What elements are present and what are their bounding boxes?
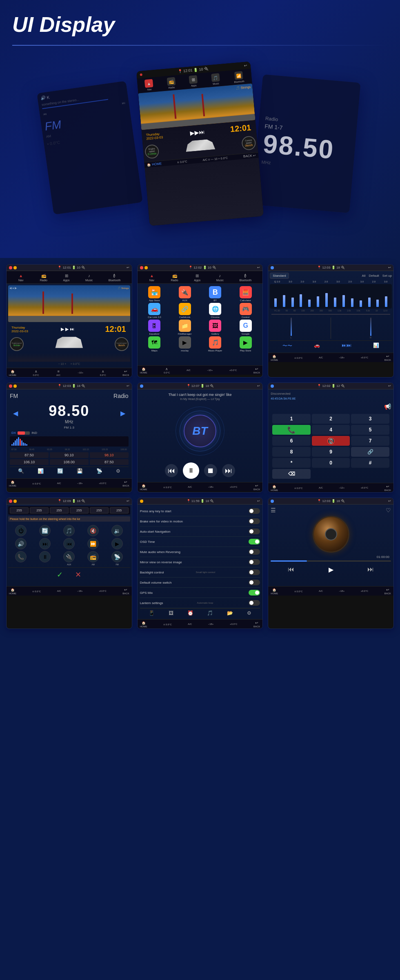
toggle-lantern-switch[interactable] — [249, 600, 260, 606]
numpad-5[interactable]: 5 — [351, 425, 389, 435]
app-aux-icon[interactable]: 🔌 AUX — [170, 286, 199, 302]
color-r-input[interactable]: 255 — [10, 507, 29, 513]
bt-prev-btn[interactable]: ⏮ — [165, 464, 178, 477]
settings-music[interactable]: 🎵 — [58, 525, 80, 536]
app-moclay-icon[interactable]: ▶ moclay — [170, 336, 199, 352]
settings-confirm-btn[interactable]: ✓ — [57, 570, 63, 579]
app-equalizer-icon[interactable]: 🎛 Equalizer — [140, 320, 169, 335]
eq-skip-icon[interactable]: ⏭⏭ — [342, 342, 351, 349]
app-carbitlink-icon[interactable]: 🔗 CarbitLink — [170, 303, 199, 318]
radio-prev-btn[interactable]: ◀ — [13, 409, 18, 417]
settings-vol-up[interactable]: 🔊 — [10, 538, 32, 549]
toggle-autonav-switch[interactable] — [249, 529, 260, 534]
color-4-input[interactable]: 255 — [70, 507, 89, 513]
settings-vol-down[interactable]: 🔉 — [106, 525, 129, 536]
app-playstore-icon[interactable]: ▶ Play Store — [231, 336, 260, 352]
settings-am[interactable]: 📻 AM — [82, 551, 104, 566]
preset-1[interactable]: 87.50 — [10, 452, 49, 458]
app-maps-icon[interactable]: 🗺 Maps — [140, 336, 169, 352]
bt-next-btn[interactable]: ⏭ — [222, 464, 235, 477]
toggle-osd-switch[interactable] — [249, 539, 260, 544]
settings-mute[interactable]: 🔇 — [82, 525, 104, 536]
eq-all-btn[interactable]: All — [362, 274, 366, 278]
numpad-1[interactable]: 1 — [272, 414, 311, 424]
app-control-icon[interactable]: 🎮 Control — [231, 303, 260, 318]
app-calc-icon[interactable]: 🧮 Calculator — [231, 286, 260, 302]
settings-refresh[interactable]: 🔄 — [34, 525, 56, 536]
phone-speaker-icon[interactable]: 📢 — [384, 403, 391, 410]
settings-power[interactable]: ⏻ — [10, 525, 32, 536]
app-gallery-icon[interactable]: 🖼 Gallery — [200, 320, 229, 335]
eq-preset-dropdown[interactable]: Standard — [270, 273, 289, 279]
numpad-hash[interactable]: # — [351, 458, 389, 468]
settings-ff[interactable]: ⏩ — [82, 538, 104, 549]
settings-prev[interactable]: ⏭ — [34, 538, 56, 549]
toggle-music-icon[interactable]: 🎵 — [207, 610, 213, 616]
radio-next-btn[interactable]: ▶ — [120, 409, 125, 417]
music-favorite-icon[interactable]: ♡ — [386, 507, 391, 513]
toggle-image-icon[interactable]: 🖼 — [169, 610, 173, 616]
numpad-6[interactable]: 6 — [272, 436, 311, 446]
app-bt-icon[interactable]: B BT — [200, 286, 229, 302]
app-google-icon[interactable]: G Google — [231, 320, 260, 335]
toggle-phone-icon[interactable]: 📱 — [149, 610, 155, 616]
settings-aux[interactable]: 🔌 AUX — [58, 551, 80, 566]
music-progress-bar[interactable] — [271, 560, 391, 562]
toggle-backlight-switch[interactable] — [249, 569, 260, 575]
toggle-folder-icon[interactable]: 📂 — [227, 610, 233, 616]
numpad-8[interactable]: 8 — [272, 447, 311, 457]
color-b-input[interactable]: 255 — [50, 507, 69, 513]
music-play-btn[interactable]: ▶ — [329, 566, 333, 573]
toggle-clock-icon[interactable]: ⏰ — [187, 610, 193, 616]
settings-call[interactable]: 📞 — [10, 551, 32, 566]
toggle-mirror-switch[interactable] — [249, 559, 260, 565]
toggle-press-key-switch[interactable] — [249, 508, 260, 514]
settings-next[interactable]: ⏮ — [58, 538, 80, 549]
numpad-call-btn[interactable]: 📞 — [272, 425, 311, 435]
preset-5[interactable]: 108.00 — [50, 459, 89, 465]
eq-setup-btn[interactable]: Set up — [382, 274, 392, 278]
radio-save-icon[interactable]: 💾 — [77, 468, 83, 474]
numpad-2[interactable]: 2 — [312, 414, 350, 424]
app-carlink-icon[interactable]: 🚗 Car Link 2.0 — [140, 303, 169, 318]
bt-playpause-btn[interactable]: ⏸ — [183, 462, 199, 479]
eq-wave-icon[interactable]: 〜〜 — [282, 342, 292, 349]
toggle-mute-switch[interactable] — [249, 549, 260, 555]
toggle-brake-switch[interactable] — [249, 518, 260, 524]
settings-play[interactable]: ▶ — [106, 538, 129, 549]
music-next-btn[interactable]: ⏭ — [367, 566, 374, 573]
app-store-icon[interactable]: 🏪 App Store — [140, 286, 169, 302]
numpad-7[interactable]: 7 — [351, 436, 389, 446]
app-chrome-icon[interactable]: 🌐 Chrome — [200, 303, 229, 318]
eq-default-btn[interactable]: Default — [369, 274, 379, 278]
radio-settings-icon[interactable]: ⚙ — [116, 468, 120, 474]
color-6-input[interactable]: 255 — [110, 507, 129, 513]
settings-pause[interactable]: ⏸ — [34, 551, 56, 566]
toggle-vol-switch[interactable] — [249, 580, 260, 585]
eq-chart-icon[interactable]: 📊 — [373, 342, 379, 349]
numpad-3[interactable]: 3 — [351, 414, 389, 424]
radio-search-icon[interactable]: 🔍 — [18, 468, 24, 474]
music-prev-btn[interactable]: ⏮ — [288, 566, 294, 573]
numpad-0[interactable]: 0 — [312, 458, 350, 468]
music-menu-icon[interactable]: ☰ — [271, 507, 276, 513]
numpad-9[interactable]: 9 — [312, 447, 350, 457]
numpad-link-btn[interactable]: 🔗 — [351, 447, 389, 457]
color-g-input[interactable]: 255 — [30, 507, 49, 513]
radio-loop-icon[interactable]: 🔄 — [57, 468, 63, 474]
app-music-icon[interactable]: 🎵 Music Player — [200, 336, 229, 352]
preset-6[interactable]: 87.50 — [90, 459, 129, 465]
color-5-input[interactable]: 255 — [90, 507, 109, 513]
settings-fm[interactable]: 📡 FM — [106, 551, 129, 566]
eq-car-icon[interactable]: 🚗 — [314, 342, 320, 349]
toggle-gps-switch[interactable] — [249, 590, 260, 596]
numpad-backspace[interactable]: ⌫ — [272, 469, 311, 479]
numpad-star[interactable]: * — [272, 458, 311, 468]
toggle-settings-icon[interactable]: ⚙ — [247, 610, 251, 616]
app-filemanager-icon[interactable]: 📁 FileManager — [170, 320, 199, 335]
bt-stop-btn[interactable]: ⏹ — [204, 464, 217, 477]
preset-2[interactable]: 90.10 — [50, 452, 89, 458]
radio-antenna-icon[interactable]: 📡 — [96, 468, 102, 474]
radio-signal-icon[interactable]: 📊 — [38, 468, 44, 474]
preset-3[interactable]: 98.10 — [90, 452, 129, 458]
